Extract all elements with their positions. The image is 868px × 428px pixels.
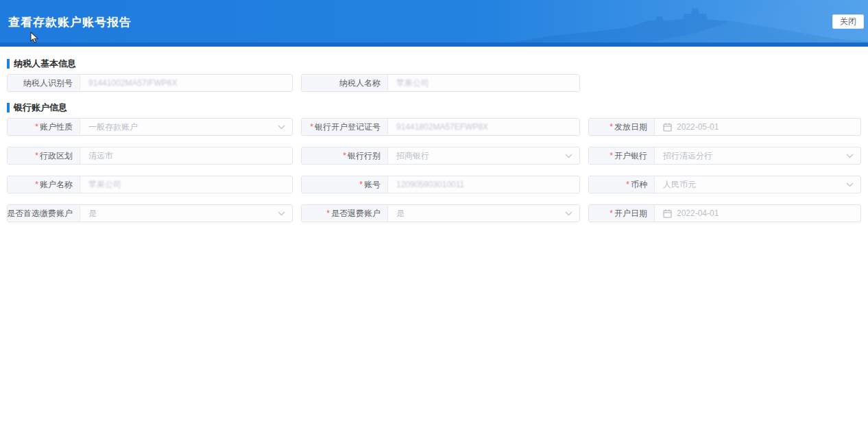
account-number-label: 账号 bbox=[302, 176, 388, 193]
section-accent-bar bbox=[7, 103, 10, 112]
chevron-down-icon bbox=[565, 211, 572, 216]
close-button[interactable]: 关闭 bbox=[832, 14, 864, 29]
field-issue-date: 发放日期 2022-05-01 bbox=[588, 118, 861, 136]
preferred-payment-select[interactable]: 是 bbox=[80, 205, 292, 222]
calendar-icon bbox=[663, 123, 672, 132]
preferred-payment-label: 是否首选缴费账户 bbox=[8, 205, 80, 222]
refund-account-label: 是否退费账户 bbox=[302, 205, 388, 222]
field-bank-category: 银行行别 招商银行 bbox=[301, 147, 580, 165]
taxpayer-id-label: 纳税人识别号 bbox=[8, 75, 80, 91]
bank-category-label: 银行行别 bbox=[302, 147, 388, 164]
page-title: 查看存款账户账号报告 bbox=[8, 14, 132, 30]
chevron-down-icon bbox=[846, 154, 854, 158]
taxpayer-name-label: 纳税人名称 bbox=[302, 75, 388, 91]
chevron-down-icon bbox=[278, 125, 285, 130]
taxpayer-name-input[interactable]: 苹果公司 bbox=[388, 75, 579, 91]
field-currency: 币种 人民币元 bbox=[588, 176, 861, 193]
chevron-down-icon bbox=[278, 211, 285, 216]
field-account-name: 账户名称 苹果公司 bbox=[7, 176, 293, 193]
field-taxpayer-id: 纳税人识别号 91441002MA57IFWP6X bbox=[7, 74, 293, 92]
opening-date-picker[interactable]: 2022-04-01 bbox=[655, 205, 860, 222]
issue-date-label: 发放日期 bbox=[589, 119, 655, 135]
field-bank-reg-no: 银行开户登记证号 91441802MA57EFWP8X bbox=[301, 118, 580, 136]
calendar-icon bbox=[663, 209, 672, 218]
bank-form-grid: 账户性质 一般存款账户 银行开户登记证号 91441802MA57EFWP8X … bbox=[7, 118, 861, 222]
taxpayer-id-input[interactable]: 91441002MA57IFWP6X bbox=[80, 75, 292, 91]
account-name-label: 账户名称 bbox=[8, 176, 80, 193]
field-account-nature: 账户性质 一般存款账户 bbox=[7, 118, 293, 136]
taxpayer-form-row: 纳税人识别号 91441002MA57IFWP6X 纳税人名称 苹果公司 bbox=[7, 74, 861, 92]
section-title-bank: 银行账户信息 bbox=[7, 103, 861, 112]
account-name-input[interactable]: 苹果公司 bbox=[80, 176, 292, 193]
header-bottom-strip bbox=[0, 43, 868, 47]
issue-date-picker[interactable]: 2022-05-01 bbox=[655, 119, 860, 135]
account-nature-select[interactable]: 一般存款账户 bbox=[80, 119, 292, 135]
refund-account-select[interactable]: 是 bbox=[388, 205, 579, 222]
section-title-taxpayer: 纳税人基本信息 bbox=[7, 59, 861, 69]
field-account-number: 账号 120905903010011 bbox=[301, 176, 580, 193]
bank-reg-no-input[interactable]: 91441802MA57EFWP8X bbox=[388, 119, 579, 135]
main-content: 纳税人基本信息 纳税人识别号 91441002MA57IFWP6X 纳税人名称 … bbox=[0, 47, 868, 222]
bank-reg-no-label: 银行开户登记证号 bbox=[302, 119, 388, 135]
account-nature-label: 账户性质 bbox=[8, 119, 80, 135]
account-number-input[interactable]: 120905903010011 bbox=[388, 176, 579, 193]
chevron-down-icon bbox=[846, 182, 854, 187]
section-accent-bar bbox=[7, 59, 10, 69]
mouse-cursor-icon bbox=[30, 32, 40, 44]
field-preferred-payment: 是否首选缴费账户 是 bbox=[7, 204, 293, 222]
field-opening-bank: 开户银行 招行清远分行 bbox=[588, 147, 861, 165]
opening-date-label: 开户日期 bbox=[589, 205, 655, 222]
field-admin-division: 行政区划 清远市 bbox=[7, 147, 293, 165]
bank-category-select[interactable]: 招商银行 bbox=[388, 147, 579, 164]
currency-select[interactable]: 人民币元 bbox=[655, 176, 860, 193]
chevron-down-icon bbox=[565, 154, 572, 158]
field-taxpayer-name: 纳税人名称 苹果公司 bbox=[301, 74, 580, 92]
page-header: 查看存款账户账号报告 关闭 bbox=[0, 0, 868, 47]
opening-bank-label: 开户银行 bbox=[589, 147, 655, 164]
field-opening-date: 开户日期 2022-04-01 bbox=[588, 204, 861, 222]
field-refund-account: 是否退费账户 是 bbox=[301, 204, 580, 222]
currency-label: 币种 bbox=[589, 176, 655, 193]
admin-division-input[interactable]: 清远市 bbox=[80, 147, 292, 164]
admin-division-label: 行政区划 bbox=[8, 147, 80, 164]
great-wall-background-image bbox=[511, 0, 868, 43]
opening-bank-select[interactable]: 招行清远分行 bbox=[655, 147, 860, 164]
